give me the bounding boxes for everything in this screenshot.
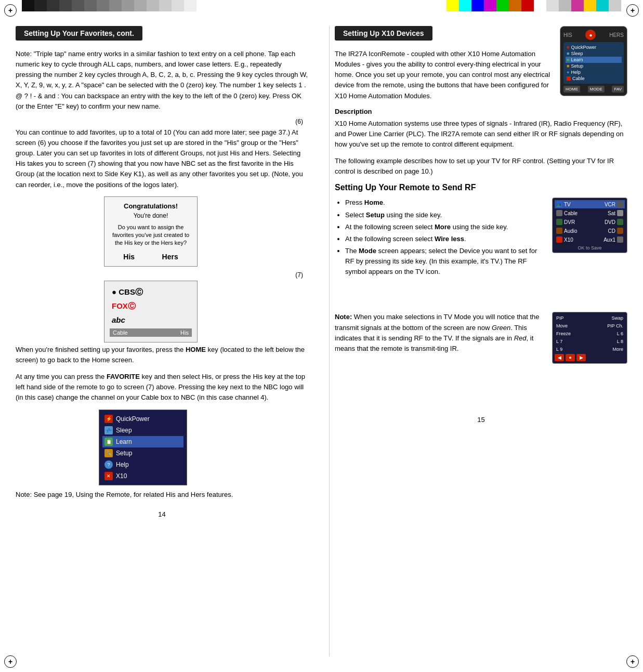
help-icon: ? (104, 460, 113, 469)
fox-logo: FOXⒸ (110, 300, 138, 312)
right-description: X10 Home Automation systems use three ty… (335, 118, 627, 150)
cable-device-icon (556, 210, 562, 216)
power-button: ● (585, 30, 596, 40)
color-bar-top-right (447, 0, 621, 11)
hers-label: Hers (162, 253, 178, 261)
audio-device-label: Audio (564, 228, 578, 234)
menu-label-setup: Setup (116, 450, 132, 457)
tv-device-icon: 📺 (556, 201, 562, 207)
remote-menu-sleep: ■ Sleep (566, 50, 622, 57)
description-label: Description (335, 108, 627, 115)
nav-arrows: ◀●▶ (555, 354, 625, 361)
congrats-subtitle: You're done! (110, 212, 192, 219)
left-note: Note: See page 19, Using the Remote, for… (16, 490, 308, 500)
vcr-device-icon (617, 201, 623, 207)
menu-item-learn[interactable]: 📋Learn (102, 436, 183, 447)
remote-menu-learn: ■ Learn (566, 57, 622, 63)
dvr-device-label: DVR (564, 219, 575, 225)
nav-cell-pip-ch.: PIP Ch. (590, 322, 625, 330)
mode-row-audio: AudioCD (555, 227, 625, 235)
his-label: His (123, 253, 135, 261)
x10-device-label: X10 (564, 237, 573, 243)
nav-cell-swap: Swap (590, 314, 625, 322)
nav-cell-l-9: L 9 (555, 346, 589, 353)
left-paragraph4: At any time you can press the FAVORITE k… (16, 372, 308, 403)
abc-logo: abc (110, 314, 127, 325)
menu-label-quickpower: QuickPower (116, 415, 150, 423)
dvd-device-icon (617, 219, 623, 225)
reg-mark-br (626, 655, 639, 668)
menu-item-setup[interactable]: 🔧Setup (102, 447, 183, 459)
left-paragraph1: Note: "Triple tap" name entry works in a… (16, 49, 308, 112)
page-container: Setting Up Your Favorites, cont. Note: "… (16, 26, 627, 656)
congrats-title: Congratulations! (110, 202, 192, 210)
remote-menu-setup: ■ Setup (566, 63, 622, 69)
menu-label-sleep: Sleep (116, 427, 132, 434)
menu-label-help: Help (116, 461, 129, 468)
cbs-logo: ● CBSⒸ (110, 286, 145, 298)
left-paragraph3: When you're finished setting up your fav… (16, 345, 308, 365)
mode-row-dvr: DVRDVD (555, 218, 625, 226)
nav-cell-l-7: L 7 (555, 338, 589, 345)
remote-fav-btn: FAV (612, 86, 624, 93)
menu-screen: ⚡QuickPower💤Sleep📋Learn🔧Setup?Help✕X10 (99, 410, 187, 485)
reg-mark-tl (4, 4, 17, 17)
reg-mark-tr (626, 4, 639, 17)
right-page-number: 15 (335, 416, 627, 424)
nav-arrow[interactable]: ● (566, 354, 575, 361)
remote-menu-quickpower: ■ QuickPower (566, 44, 622, 50)
cd-device-label: CD (608, 228, 615, 234)
remote-buttons-row: HOME MODE FAV (563, 86, 624, 93)
aux1-device-label: Aux1 (603, 237, 615, 243)
screen7-cable: Cable (113, 330, 128, 336)
left-page-number: 14 (16, 510, 308, 518)
sleep-icon: 💤 (104, 426, 113, 434)
right-example: The following example describes how to s… (335, 156, 627, 177)
remote-menu-help: ● Help (566, 69, 622, 75)
nav-arrow[interactable]: ▶ (576, 354, 586, 361)
channel-logos: ● CBSⒸ FOXⒸ abc (110, 286, 192, 325)
screen7-bottom-bar: Cable His (110, 328, 192, 337)
cd-device-icon (617, 228, 623, 234)
right-column: Setting Up X10 Devices HIS ● HERS ■ Quic… (329, 26, 627, 656)
nav-cell-move: Move (555, 322, 589, 330)
congrats-question: Do you want to assign the favorites you'… (110, 223, 192, 247)
remote-mode-btn: MODE (588, 86, 605, 93)
remote-menu-cable: Cable (566, 75, 622, 82)
mode-row-x10: X10Aux1 (555, 235, 625, 244)
vcr-device-label: VCR (605, 202, 615, 207)
nav-grid: PIPSwapMovePIP Ch.FreezeL 6L 7L 8L 9More (555, 314, 625, 353)
menu-item-quickpower[interactable]: ⚡QuickPower (102, 413, 183, 425)
nav-arrow[interactable]: ◀ (555, 354, 564, 361)
mode-row-cable: CableSat (555, 209, 625, 217)
x10-device-icon (556, 236, 562, 243)
remote-his-label: HIS (563, 32, 572, 38)
x10-icon: ✕ (104, 472, 113, 480)
screen6-number: (6) (295, 118, 303, 125)
channels-screen: ● CBSⒸ FOXⒸ abc Cable His (104, 281, 198, 342)
left-column: Setting Up Your Favorites, cont. Note: "… (16, 26, 313, 656)
quickpower-icon: ⚡ (104, 415, 113, 423)
nav-screen: PIPSwapMovePIP Ch.FreezeL 6L 7L 8L 9More… (552, 312, 627, 364)
cable-device-label: Cable (564, 210, 578, 216)
mode-screen: 📺TVVCRCableSatDVRDVDAudioCDX10Aux1OK to … (552, 197, 627, 253)
setup-icon: 🔧 (104, 449, 113, 457)
dvd-device-label: DVD (605, 219, 615, 225)
menu-item-sleep[interactable]: 💤Sleep (102, 425, 183, 436)
audio-device-icon (556, 228, 562, 234)
congratulations-screen: Congratulations! You're done! Do you wan… (104, 196, 198, 267)
remote-image: HIS ● HERS ■ QuickPower ■ Sleep ■ Learn … (560, 26, 627, 96)
remote-hers-label: HERS (609, 32, 624, 38)
left-section-header: Setting Up Your Favorites, cont. (16, 26, 142, 41)
left-paragraph2: You can continue to add favorites, up to… (16, 127, 308, 190)
screen7-number: (7) (295, 271, 303, 279)
nav-cell-pip: PIP (555, 314, 589, 322)
nav-cell-more: More (590, 346, 625, 353)
nav-cell-freeze: Freeze (555, 330, 589, 337)
dvr-device-icon (556, 219, 562, 225)
menu-label-learn: Learn (116, 438, 132, 445)
menu-item-x10[interactable]: ✕X10 (102, 470, 183, 482)
nav-cell-l-8: L 8 (590, 338, 625, 345)
menu-item-help[interactable]: ?Help (102, 459, 183, 470)
reg-mark-bl (4, 655, 17, 668)
